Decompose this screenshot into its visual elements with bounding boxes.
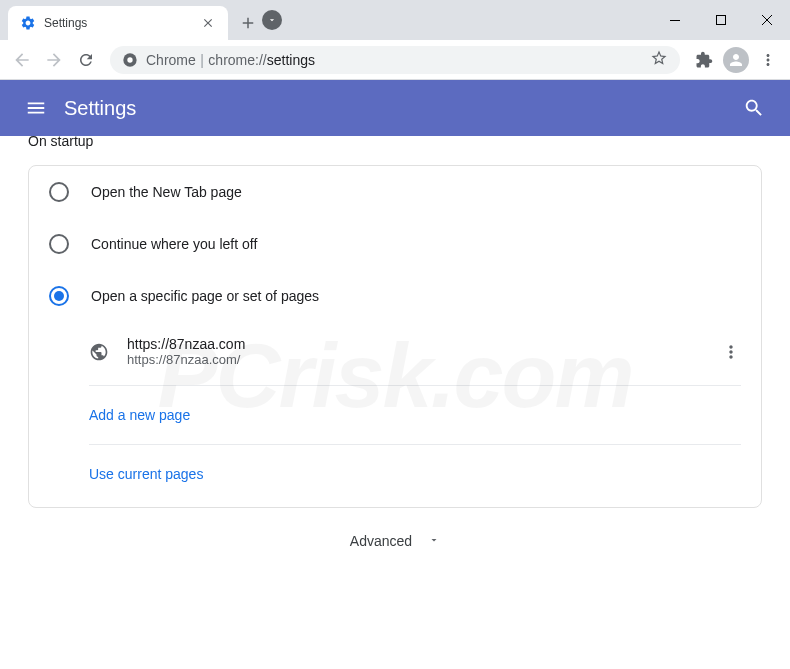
window-titlebar: Settings <box>0 0 790 40</box>
svg-point-3 <box>127 57 132 62</box>
search-icon[interactable] <box>734 88 774 128</box>
startup-card: Open the New Tab page Continue where you… <box>28 165 762 508</box>
window-minimize-button[interactable] <box>652 0 698 40</box>
reload-button[interactable] <box>72 46 100 74</box>
window-controls <box>652 0 790 40</box>
settings-header: Settings <box>0 80 790 136</box>
svg-rect-0 <box>670 20 680 21</box>
url-scheme: Chrome | chrome://settings <box>146 51 315 69</box>
incognito-indicator-icon[interactable] <box>262 10 282 30</box>
page-title: Settings <box>64 97 136 120</box>
hamburger-menu-icon[interactable] <box>16 88 56 128</box>
tab-title: Settings <box>44 16 200 30</box>
more-vert-icon[interactable] <box>721 342 741 362</box>
startup-page-url: https://87nzaa.com/ <box>127 352 703 367</box>
content-scrollable[interactable]: PCrisk.com On startup Open the New Tab p… <box>0 136 790 669</box>
add-page-link[interactable]: Add a new page <box>89 390 741 440</box>
back-button[interactable] <box>8 46 36 74</box>
address-bar: Chrome | chrome://settings <box>0 40 790 80</box>
use-current-link[interactable]: Use current pages <box>89 449 741 499</box>
radio-option-newtab[interactable]: Open the New Tab page <box>29 166 761 218</box>
separator <box>89 385 741 386</box>
radio-option-continue[interactable]: Continue where you left off <box>29 218 761 270</box>
new-tab-button[interactable] <box>234 9 262 37</box>
radio-label: Continue where you left off <box>91 236 257 252</box>
radio-label: Open the New Tab page <box>91 184 242 200</box>
window-close-button[interactable] <box>744 0 790 40</box>
radio-icon <box>49 182 69 202</box>
radio-icon <box>49 234 69 254</box>
page-text: https://87nzaa.com https://87nzaa.com/ <box>127 336 703 367</box>
startup-pages-list: https://87nzaa.com https://87nzaa.com/ A… <box>29 322 761 507</box>
startup-page-row: https://87nzaa.com https://87nzaa.com/ <box>89 322 741 381</box>
advanced-label: Advanced <box>350 533 412 549</box>
radio-option-specific[interactable]: Open a specific page or set of pages <box>29 270 761 322</box>
extensions-icon[interactable] <box>690 46 718 74</box>
chrome-menu-icon[interactable] <box>754 46 782 74</box>
omnibox[interactable]: Chrome | chrome://settings <box>110 46 680 74</box>
advanced-toggle[interactable]: Advanced <box>28 508 762 574</box>
radio-label: Open a specific page or set of pages <box>91 288 319 304</box>
section-title: On startup <box>28 136 762 149</box>
startup-page-title: https://87nzaa.com <box>127 336 703 352</box>
chrome-page-icon <box>122 52 138 68</box>
radio-icon-checked <box>49 286 69 306</box>
settings-gear-icon <box>20 15 36 31</box>
chevron-down-icon <box>428 532 440 550</box>
profile-avatar-icon[interactable] <box>722 46 750 74</box>
globe-icon <box>89 342 109 362</box>
close-tab-icon[interactable] <box>200 15 216 31</box>
window-maximize-button[interactable] <box>698 0 744 40</box>
svg-rect-1 <box>717 16 726 25</box>
bookmark-star-icon[interactable] <box>650 49 668 71</box>
forward-button[interactable] <box>40 46 68 74</box>
browser-tab[interactable]: Settings <box>8 6 228 40</box>
separator <box>89 444 741 445</box>
